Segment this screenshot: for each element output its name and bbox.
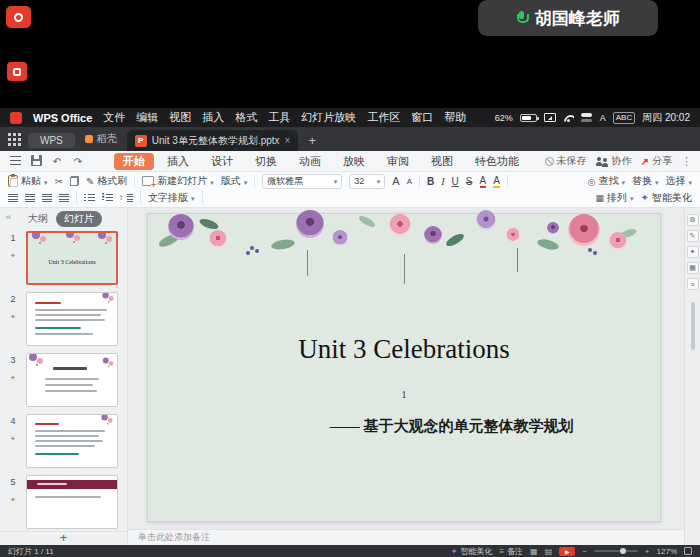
select-button[interactable]: 选择: [665, 174, 692, 188]
tab-animation[interactable]: 动画: [290, 153, 330, 170]
tab-insert[interactable]: 插入: [158, 153, 198, 170]
outline-tab[interactable]: 大纲: [28, 212, 48, 226]
align-center-button[interactable]: [25, 194, 35, 202]
screen-mirroring-icon[interactable]: [544, 113, 556, 122]
slide-thumbnail-5[interactable]: 5: [0, 475, 127, 529]
menu-help[interactable]: 帮助: [444, 110, 466, 125]
tab-home[interactable]: 开始: [114, 153, 154, 170]
format-painter-button[interactable]: 格式刷: [86, 174, 127, 188]
fit-screen-icon[interactable]: [684, 547, 692, 555]
thumbnail-preview[interactable]: [26, 353, 118, 407]
outline-panel-icon[interactable]: [687, 278, 699, 290]
add-slide-button[interactable]: +: [0, 531, 127, 545]
undo-icon[interactable]: ↶: [50, 156, 64, 167]
wifi-icon[interactable]: [563, 114, 574, 122]
new-slide-button[interactable]: 新建幻灯片: [142, 174, 214, 188]
close-tab-icon[interactable]: ×: [285, 135, 291, 146]
layout-button[interactable]: 版式: [221, 174, 248, 188]
slide-thumbnail-3[interactable]: 3: [0, 353, 127, 407]
replace-button[interactable]: 替换: [632, 174, 659, 188]
screen-record-badge[interactable]: [6, 6, 31, 28]
thumbnail-preview[interactable]: Unit 3 Celebrations: [26, 231, 118, 285]
input-source-abc[interactable]: ABC: [613, 112, 635, 124]
save-icon[interactable]: [29, 155, 43, 168]
cut-button[interactable]: [55, 176, 63, 187]
decrease-font-button[interactable]: A: [407, 177, 412, 186]
paste-button[interactable]: 粘贴: [8, 174, 48, 188]
menu-format[interactable]: 格式: [235, 110, 257, 125]
edit-panel-icon[interactable]: [687, 230, 699, 242]
increase-font-button[interactable]: A: [392, 175, 399, 187]
menu-bar-clock[interactable]: 周四 20:02: [642, 111, 690, 125]
copy-button[interactable]: [70, 176, 79, 186]
zoom-slider-thumb[interactable]: [620, 548, 626, 554]
align-justify-button[interactable]: [59, 194, 69, 202]
menu-slideshow[interactable]: 幻灯片放映: [301, 110, 356, 125]
wps-logo-icon[interactable]: [10, 112, 22, 124]
redo-icon[interactable]: ↷: [71, 156, 85, 167]
text-tools-button[interactable]: 文字排版: [148, 191, 195, 205]
menu-tools[interactable]: 工具: [268, 110, 290, 125]
underline-button[interactable]: U: [452, 176, 459, 187]
menu-window[interactable]: 窗口: [411, 110, 433, 125]
slide-thumbnail-2[interactable]: 2: [0, 292, 127, 346]
docer-tab[interactable]: 稻壳: [81, 132, 121, 146]
italic-button[interactable]: I: [441, 176, 444, 187]
smart-beautify-button[interactable]: 智能美化: [641, 191, 692, 205]
find-button[interactable]: 查找: [588, 174, 625, 188]
line-spacing-button[interactable]: [120, 194, 133, 202]
bold-button[interactable]: B: [427, 176, 434, 187]
thumbnail-preview[interactable]: [26, 414, 118, 468]
font-name-select[interactable]: 微软雅黑: [262, 174, 342, 189]
slide-thumbnail-4[interactable]: 4: [0, 414, 127, 468]
zoom-out-icon[interactable]: [582, 547, 587, 556]
notes-placeholder[interactable]: 单击此处添加备注: [128, 529, 684, 545]
screen-capture-badge[interactable]: [7, 62, 27, 81]
menu-file[interactable]: 文件: [103, 110, 125, 125]
highlight-color-button[interactable]: A: [493, 175, 500, 188]
arrange-button[interactable]: 排列: [596, 191, 634, 205]
normal-view-icon[interactable]: [530, 547, 538, 556]
beautify-status-button[interactable]: 智能美化: [451, 546, 493, 557]
zoom-slider[interactable]: [594, 550, 638, 552]
collaborate-button[interactable]: 协作: [596, 154, 632, 168]
menu-view[interactable]: 视图: [169, 110, 191, 125]
objects-panel-icon[interactable]: [687, 262, 699, 274]
control-center-icon[interactable]: [581, 113, 593, 122]
zoom-level[interactable]: 127%: [657, 547, 677, 556]
menu-workspace[interactable]: 工作区: [367, 110, 400, 125]
tab-review[interactable]: 审阅: [378, 153, 418, 170]
tab-transition[interactable]: 切换: [246, 153, 286, 170]
tab-design[interactable]: 设计: [202, 153, 242, 170]
tab-special-features[interactable]: 特色功能: [466, 153, 528, 170]
slide-title-text[interactable]: Unit 3 Celebrations: [148, 334, 660, 365]
slide-subtitle-text[interactable]: —— 基于大观念的单元整体教学规划: [148, 417, 660, 436]
tab-view[interactable]: 视图: [422, 153, 462, 170]
sorter-view-icon[interactable]: [545, 547, 553, 556]
align-right-button[interactable]: [42, 194, 52, 202]
slide-thumbnail-1[interactable]: 1 Unit 3 Celebrations: [0, 231, 127, 285]
font-size-select[interactable]: 32: [349, 174, 385, 189]
app-grid-icon[interactable]: [6, 131, 22, 147]
beautify-panel-icon[interactable]: [687, 246, 699, 258]
input-source-a[interactable]: A: [600, 113, 606, 123]
tab-slideshow[interactable]: 放映: [334, 153, 374, 170]
align-left-button[interactable]: [8, 194, 18, 202]
thumbnail-preview[interactable]: [26, 475, 118, 529]
thumbnail-preview[interactable]: [26, 292, 118, 346]
strikethrough-button[interactable]: S: [466, 176, 473, 187]
main-menu-icon[interactable]: [8, 156, 22, 167]
slides-tab[interactable]: 幻灯片: [56, 211, 102, 227]
zoom-in-icon[interactable]: [645, 547, 650, 556]
scrollbar-thumb[interactable]: [691, 302, 695, 350]
app-name[interactable]: WPS Office: [33, 112, 92, 124]
wps-home-button[interactable]: WPS: [28, 133, 75, 148]
play-slideshow-button[interactable]: [559, 547, 575, 556]
settings-panel-icon[interactable]: [687, 214, 699, 226]
bullet-list-button[interactable]: [84, 194, 95, 202]
more-options-icon[interactable]: ⋮: [681, 155, 692, 168]
new-tab-button[interactable]: +: [304, 133, 320, 148]
document-tab[interactable]: P Unit 3单元整体教学规划.pptx ×: [127, 130, 299, 151]
menu-edit[interactable]: 编辑: [136, 110, 158, 125]
current-slide[interactable]: Unit 3 Celebrations 1 —— 基于大观念的单元整体教学规划: [148, 214, 660, 521]
